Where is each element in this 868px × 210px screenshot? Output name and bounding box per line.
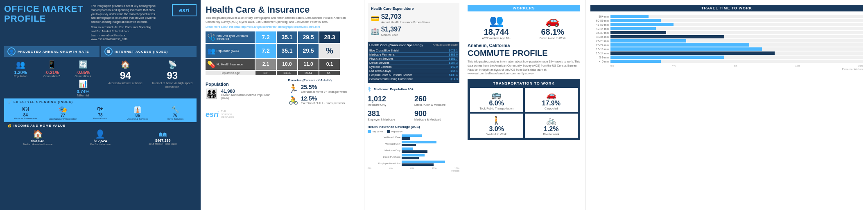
- acs-coverage-section: Health Insurance Coverage (ACS) Pay 18-4…: [368, 125, 459, 172]
- hc-exp-title: Health Care Expenditure: [371, 7, 456, 11]
- meals-value: 84: [7, 113, 43, 117]
- transportation-header: TRANSPORTATION TO WORK: [470, 81, 578, 85]
- workers-pct-label: Drove Alone to Work: [540, 37, 566, 40]
- medicare-item-1: 260 Direct-Purch & Medicare: [414, 95, 459, 106]
- hc-exp-desc2: Medical Care: [381, 33, 401, 37]
- noins-label: 💊 No Health Insurance: [206, 59, 255, 70]
- income-grid: 🏠 $53,046 Median Household Income 👤 $17,…: [7, 129, 193, 145]
- meals-label: Meals at Restaurants: [7, 117, 43, 120]
- esri-tagline-line1: THESCIENCEOF WHERE: [221, 110, 234, 119]
- medicare-num-1: 260: [414, 95, 445, 103]
- family-icon: 👨‍👩‍👧‍👦: [206, 88, 218, 100]
- medicare-section: ⚕ Medicare: Population 65+ 1,012 Medicar…: [368, 85, 459, 123]
- retail-label: Retail Goods: [82, 117, 118, 120]
- home-internet-icon: 🏠: [103, 60, 148, 69]
- transport-public: 🚌 6.0% Took Public Transportation: [470, 88, 523, 112]
- lifestyle-grid: 🍽 84 Meals at Restaurants 🎭 77 Entertain…: [7, 105, 193, 121]
- genz-icon: 📱: [37, 60, 66, 69]
- genz-value: -0.21%: [37, 70, 66, 75]
- travel-row-11: < 5 min: [590, 60, 863, 63]
- travel-row-8: 15-19 min: [590, 47, 863, 51]
- insurance-row-popacs: 👥 Population (ACS) 7.2 35.1 29.5 %: [206, 44, 359, 58]
- hc-exp-item2: 🏥 $1,397 Medical Care: [371, 26, 456, 37]
- acs-row-3: Direct Purchase: [368, 154, 459, 160]
- internet-hs-label: Internet at home via high speed connecti…: [150, 81, 195, 89]
- internet-label: INTERNET ACCESS (INDEX): [115, 50, 168, 54]
- medicare-item-0: 1,012 Medicare Only: [368, 95, 413, 106]
- population-desc: Civilian Noninstitutionalized Population…: [221, 94, 277, 99]
- hasone-val-3564: 29.5: [298, 31, 319, 43]
- metric-genz: 📱 -0.21% Generation Z: [37, 60, 66, 78]
- medicare-header: Medicare: Population 65+: [374, 87, 414, 91]
- stethoscope-icon: 🩺: [207, 33, 215, 41]
- median-household-label: Median Household Income: [7, 143, 68, 145]
- medicare-item-2: 381 Employer & Medicare: [368, 109, 413, 121]
- meals-icon: 🍽: [22, 105, 29, 112]
- insurance-dollar-icon: 💳: [371, 15, 379, 22]
- retail-value: 78: [82, 113, 118, 117]
- internet-header: 🖥 INTERNET ACCESS (INDEX): [101, 46, 197, 57]
- home-value-value: $467,289: [132, 139, 193, 143]
- highspeed-icon: 📡: [150, 60, 195, 69]
- consumer-row-2: Physician Services $189.7: [369, 57, 458, 61]
- transport-carpool-pct: 17.9%: [527, 100, 576, 107]
- panel1-office-market: OFFICE MARKET PROFILE This infographic p…: [0, 0, 201, 210]
- exercise-section: Exercise (Percent of Adults) 🏃 25.5% Exe…: [288, 78, 359, 107]
- growth-rate-header: 👤 PROJECTED ANNUAL GROWTH RATE: [4, 46, 99, 57]
- hc-exp-amount2: $1,397: [381, 26, 401, 33]
- consumer-row-1: Medicare Payments $383.6: [369, 53, 458, 57]
- transport-bike-label: Bike to Work: [527, 133, 576, 136]
- growth-icon: 👤: [7, 47, 16, 56]
- panel2-healthcare: Health Care & Insurance This infographic…: [201, 0, 463, 210]
- transportation-section: TRANSPORTATION TO WORK 🚌 6.0% Took Publi…: [468, 79, 580, 140]
- exercise-club: 🚴 12.5% Exercise at club 2+ times per we…: [288, 95, 359, 105]
- transport-bike-pct: 1.2%: [527, 125, 576, 133]
- medicare-num-2: 381: [368, 109, 395, 118]
- workers-num-label: ACS Workers Age 18+: [482, 37, 511, 40]
- medicare-num-3: 900: [414, 109, 441, 118]
- panel1-description: This infographic provides a set of key d…: [91, 4, 156, 24]
- commute-description: This infographic provides information ab…: [468, 60, 580, 76]
- exercise-home-pct: 25.5%: [301, 84, 347, 90]
- entertainment-icon: 🎭: [59, 106, 67, 113]
- income-label: INCOME AND HOME VALUE: [14, 124, 66, 127]
- hasone-val-1834: 35.1: [277, 31, 297, 43]
- acs-row-4: Employer Health Ins: [368, 161, 459, 166]
- acs-chart: VA Health Care Medicaid Only Medicare On…: [368, 134, 459, 172]
- entertainment-label: Entertainment/ Recreation: [45, 118, 81, 121]
- workers-people-icon: 👥: [482, 14, 511, 27]
- travel-time-chart: 90+ min 60-89 min 45-59 min 40-44 min 35…: [590, 15, 863, 70]
- hc-exp-item1: 💳 $2,703 Annual Health Insurance Expendi…: [371, 13, 456, 24]
- panel1-data-sources: Data sources include: Esri Consumer Spen…: [91, 25, 156, 34]
- bike-icon: 🚲: [527, 116, 576, 125]
- exercise-home-icon: 🏃: [288, 84, 298, 94]
- acs-row-0: VA Health Care: [368, 134, 459, 140]
- consumer-spending-subtitle: Annual Expenditure: [433, 43, 458, 47]
- entertainment-value: 77: [45, 113, 81, 118]
- pop-age-label: Population Age: [206, 71, 255, 75]
- medical-icon: 🏥: [371, 27, 379, 35]
- homeservices-label: Home Services: [157, 118, 193, 121]
- age-labels-row: Population Age 18+ 18-34 35-64 65+: [206, 71, 359, 75]
- lifestyle-label: LIFESTYLE SPENDING (INDEX): [14, 100, 73, 104]
- popacs-val-1834: 35.1: [277, 44, 297, 58]
- income-home-value: 🏘 $467,289 2018 Median Home Value: [132, 129, 193, 145]
- insurance-row-noins: 💊 No Health Insurance 2.1 10.0 11.0 0.1: [206, 59, 359, 70]
- popacs-val-18: 7.2: [255, 44, 276, 58]
- population-icon: 👥: [6, 60, 35, 69]
- percapita-icon: 👤: [95, 130, 105, 139]
- acs-legend: Pay 18-44 Pop 55-64: [368, 130, 459, 133]
- transport-walk-pct: 3.0%: [472, 125, 521, 133]
- internet-home-value: 94: [103, 70, 148, 81]
- population-header: Population: [206, 82, 277, 87]
- internet-hs-value: 93: [150, 70, 195, 81]
- travel-time-section: TRAVEL TIME TO WORK 90+ min 60-89 min 45…: [585, 0, 868, 210]
- internet-home-label: Access to Internet at home: [103, 81, 148, 85]
- transport-bike: 🚲 1.2% Bike to Work: [525, 114, 578, 138]
- age-3564: 35-64: [298, 71, 319, 75]
- millennial-label: Millennial: [68, 94, 98, 97]
- travel-row-3: 40-44 min: [590, 27, 863, 30]
- growth-metrics: 👥 1.20% Population 📱 -0.21% Generation Z…: [4, 58, 99, 98]
- home-value-label: 2018 Median Home Value: [132, 143, 193, 145]
- travel-row-6: 25-29 min: [590, 39, 863, 42]
